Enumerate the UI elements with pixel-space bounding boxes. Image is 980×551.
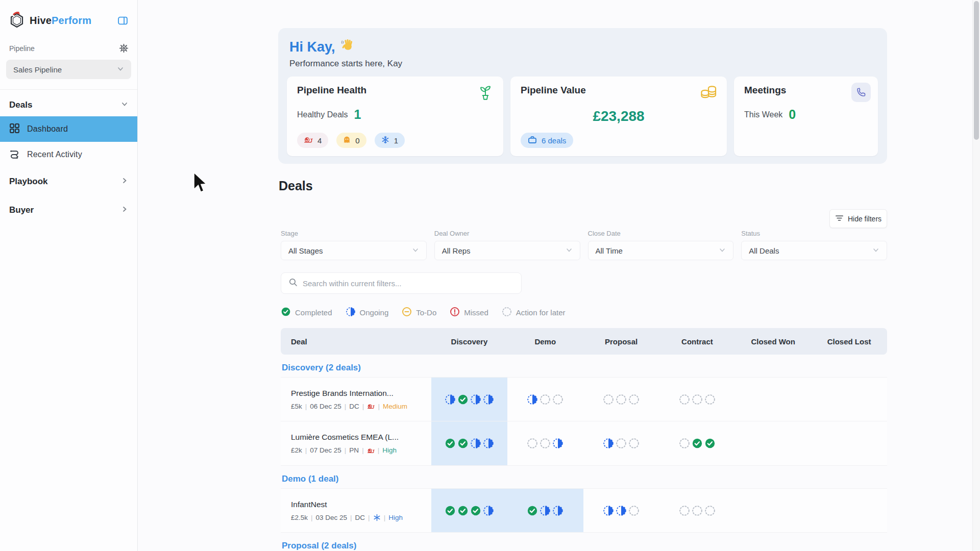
card-title: Meetings <box>744 85 868 96</box>
completed-status-icon[interactable] <box>692 438 703 449</box>
stage-cell-closed-lost <box>811 421 887 465</box>
filter-label: Stage <box>281 230 427 237</box>
ongoing-status-icon[interactable] <box>552 505 564 516</box>
column-header-demo: Demo <box>507 337 583 346</box>
deal-owner: DC <box>355 514 365 521</box>
later-status-icon[interactable] <box>540 438 551 449</box>
stage-cell-closed-won <box>735 421 811 465</box>
meta-separator: | <box>384 514 386 521</box>
badge-label: 6 deals <box>542 136 566 145</box>
sidebar-item-dashboard[interactable]: Dashboard <box>0 116 137 142</box>
later-status-icon[interactable] <box>704 394 716 405</box>
ongoing-status-icon[interactable] <box>616 505 627 516</box>
greeting-subtitle: Performance starts here, Kay <box>289 59 402 69</box>
later-status-icon[interactable] <box>628 438 640 449</box>
greeting-banner: Hi Kay, Performance starts here, Kay Pip… <box>278 28 887 164</box>
close-date-dropdown[interactable]: All Time <box>588 241 734 260</box>
deal-owner-dropdown[interactable]: All Reps <box>434 241 580 260</box>
scrollbar-track[interactable] <box>972 0 980 551</box>
deals-count-badge: 6 deals <box>521 133 573 148</box>
later-status-icon[interactable] <box>527 438 538 449</box>
legend-label: Completed <box>295 308 332 317</box>
ongoing-status-icon[interactable] <box>470 438 481 449</box>
hide-filters-button[interactable]: Hide filters <box>829 209 887 228</box>
sidebar-section-buyer[interactable]: Buyer <box>0 196 137 224</box>
seedling-icon <box>477 84 494 103</box>
ongoing-status-icon[interactable] <box>483 505 494 516</box>
ongoing-status-icon[interactable] <box>483 394 494 405</box>
legend-ongoing: Ongoing <box>346 307 389 318</box>
sidebar-item-recent-activity[interactable]: Recent Activity <box>0 142 137 167</box>
table-row[interactable]: InfantNest£2.5k|03 Dec 25|DC||High <box>281 488 887 533</box>
pipeline-select-value: Sales Pipeline <box>13 65 62 74</box>
later-status-icon[interactable] <box>692 505 703 516</box>
deal-value: £2.5k <box>291 514 308 521</box>
table-row[interactable]: Prestige Brands Internation...£5k|06 Dec… <box>281 377 887 421</box>
stage-cell-contract <box>659 489 735 532</box>
later-status-icon[interactable] <box>552 394 564 405</box>
stage-cell-discovery <box>431 489 507 532</box>
filter-label: Status <box>741 230 887 237</box>
filter-label: Deal Owner <box>434 230 580 237</box>
later-status-icon[interactable] <box>704 505 716 516</box>
later-status-icon[interactable] <box>616 438 627 449</box>
scrollbar-thumb[interactable] <box>974 1 979 140</box>
collapse-panel-icon[interactable] <box>117 15 128 26</box>
completed-status-icon[interactable] <box>457 438 469 449</box>
later-status-icon[interactable] <box>616 394 627 405</box>
sidebar-section-playbook[interactable]: Playbook <box>0 167 137 196</box>
ongoing-status-icon <box>346 307 356 318</box>
completed-status-icon[interactable] <box>445 505 456 516</box>
ongoing-status-icon[interactable] <box>445 394 456 405</box>
later-status-icon[interactable] <box>628 505 640 516</box>
search-input[interactable] <box>303 279 514 288</box>
dashboard-grid-icon <box>9 123 20 136</box>
table-row[interactable]: Lumière Cosmetics EMEA (L...£2k|07 Dec 2… <box>281 421 887 466</box>
healthy-deals-value: 1 <box>354 107 361 122</box>
brand: HivePerform <box>0 0 137 38</box>
snail-icon <box>367 447 375 454</box>
later-status-icon[interactable] <box>628 394 640 405</box>
ongoing-status-icon[interactable] <box>603 505 614 516</box>
later-status-icon[interactable] <box>679 438 690 449</box>
legend-completed: Completed <box>281 307 332 318</box>
completed-status-icon[interactable] <box>470 505 481 516</box>
gear-icon[interactable] <box>119 44 128 53</box>
search-icon <box>288 278 298 289</box>
coins-icon <box>699 84 718 103</box>
filter-label: Close Date <box>588 230 734 237</box>
ongoing-status-icon[interactable] <box>470 394 481 405</box>
completed-status-icon[interactable] <box>527 505 538 516</box>
completed-status-icon[interactable] <box>457 505 469 516</box>
later-status-icon[interactable] <box>679 394 690 405</box>
completed-status-icon[interactable] <box>445 438 456 449</box>
status-dropdown[interactable]: All Deals <box>741 241 887 260</box>
ongoing-status-icon[interactable] <box>552 438 564 449</box>
group-header: Discovery (2 deals) <box>281 363 887 373</box>
ongoing-status-icon[interactable] <box>603 438 614 449</box>
search-bar <box>281 272 522 294</box>
stage-cell-discovery <box>431 378 507 421</box>
completed-status-icon[interactable] <box>457 394 469 405</box>
stage-dropdown[interactable]: All Stages <box>281 241 427 260</box>
ongoing-status-icon[interactable] <box>483 438 494 449</box>
ongoing-status-icon[interactable] <box>540 505 551 516</box>
ongoing-status-icon[interactable] <box>527 394 538 405</box>
sidebar-section-deals[interactable]: Deals <box>0 90 137 116</box>
deals-heading: Deals <box>279 179 313 193</box>
sidebar: HivePerform Pipeline Sales Pipeline <box>0 0 138 551</box>
meta-separator: | <box>305 403 307 410</box>
deal-priority: High <box>388 514 403 521</box>
later-status-icon[interactable] <box>540 394 551 405</box>
pipeline-value-amount: £23,288 <box>521 108 717 124</box>
completed-status-icon[interactable] <box>704 438 716 449</box>
pipeline-value-card: Pipeline Value £23,288 <box>510 77 727 156</box>
later-status-icon[interactable] <box>603 394 614 405</box>
later-status-icon[interactable] <box>692 394 703 405</box>
meta-separator: | <box>368 514 370 521</box>
later-status-icon[interactable] <box>679 505 690 516</box>
chevron-down-icon <box>719 246 726 255</box>
meta-separator: | <box>350 514 352 521</box>
filter-stage: Stage All Stages <box>281 230 427 260</box>
pipeline-select[interactable]: Sales Pipeline <box>6 60 131 79</box>
